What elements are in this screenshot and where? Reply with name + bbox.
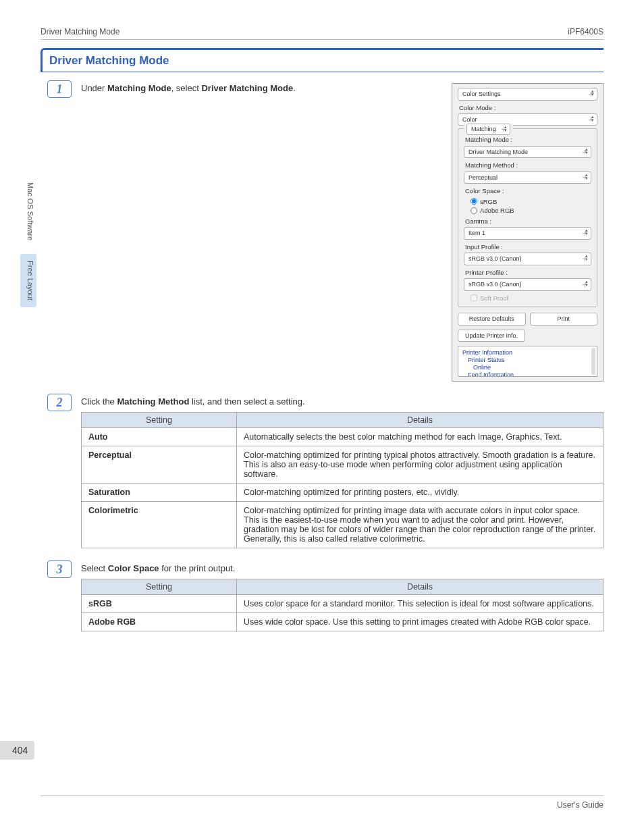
radio-adobe-rgb[interactable]: Adobe RGB <box>471 206 591 215</box>
color-space-label: Color Space : <box>465 186 591 195</box>
side-tabs: Mac OS Software Free Layout <box>20 176 36 307</box>
updown-icon: ▴▾ <box>585 255 588 261</box>
printer-profile-label: Printer Profile : <box>465 268 591 277</box>
col-setting: Setting <box>82 579 237 595</box>
step-3-text: Select Color Space for the print output. <box>81 563 603 573</box>
step-1-text: Under Matching Mode, select Driver Match… <box>81 83 438 93</box>
step-3: 3 Select Color Space for the print outpu… <box>47 561 603 631</box>
step-1-number: 1 <box>47 80 72 98</box>
matching-mode-select[interactable]: Driver Matching Mode ▴▾ <box>464 146 591 159</box>
footer: User's Guide <box>41 796 603 810</box>
col-details: Details <box>237 413 603 428</box>
breadcrumb: Driver Matching Mode <box>41 27 119 36</box>
gamma-select[interactable]: Item 1 ▴▾ <box>464 227 591 240</box>
col-setting: Setting <box>82 413 237 428</box>
matching-group: Matching ▴▾ Matching Mode : Driver Match… <box>458 128 597 307</box>
page-header: Driver Matching Mode iPF6400S <box>41 27 603 40</box>
radio-srgb[interactable]: sRGB <box>471 197 591 206</box>
step-2: 2 Click the Matching Method list, and th… <box>47 394 603 548</box>
soft-proof-checkbox: Soft Proof <box>471 294 591 303</box>
updown-icon: ▴▾ <box>585 148 588 155</box>
model-label: iPF6400S <box>568 27 603 36</box>
updown-icon: ▴▾ <box>585 174 588 180</box>
input-profile-select[interactable]: sRGB v3.0 (Canon) ▴▾ <box>464 253 591 265</box>
matching-tab[interactable]: Matching ▴▾ <box>466 124 510 135</box>
section-title: Driver Matching Mode <box>41 48 603 72</box>
updown-icon: ▴▾ <box>585 229 588 236</box>
gamma-label: Gamma : <box>465 217 591 226</box>
side-tab-free-layout[interactable]: Free Layout <box>20 254 36 307</box>
step-2-number: 2 <box>47 394 72 411</box>
matching-method-select[interactable]: Perceptual ▴▾ <box>464 172 591 184</box>
step-3-number: 3 <box>47 561 72 578</box>
update-printer-info-button[interactable]: Update Printer Info. <box>458 330 525 342</box>
scrollbar[interactable] <box>591 348 595 375</box>
color-mode-label: Color Mode : <box>459 103 597 112</box>
restore-defaults-button[interactable]: Restore Defaults <box>458 313 526 325</box>
step-2-text: Click the Matching Method list, and then… <box>81 396 603 407</box>
updown-icon: ▴▾ <box>591 90 594 97</box>
panel-select[interactable]: Color Settings ▴▾ <box>458 88 597 101</box>
print-button[interactable]: Print <box>530 313 598 325</box>
printer-status-box: Printer Information Printer Status Onlin… <box>458 346 597 377</box>
table-row: sRGBUses color space for a standard moni… <box>82 595 603 613</box>
color-settings-dialog: Color Settings ▴▾ Color Mode : Color ▴▾ … <box>452 83 603 382</box>
matching-mode-label: Matching Mode : <box>465 135 591 144</box>
side-tab-mac-os-software[interactable]: Mac OS Software <box>20 176 36 247</box>
table-row: AutoAutomatically selects the best color… <box>82 428 603 446</box>
page-number: 404 <box>0 741 34 760</box>
matching-method-label: Matching Method : <box>465 161 591 170</box>
table-row: ColorimetricColor-matching optimized for… <box>82 502 603 548</box>
table-row: PerceptualColor-matching optimized for p… <box>82 446 603 484</box>
updown-icon: ▴▾ <box>585 280 588 287</box>
col-details: Details <box>237 579 603 595</box>
printer-profile-select[interactable]: sRGB v3.0 (Canon) ▴▾ <box>464 278 591 291</box>
input-profile-label: Input Profile : <box>465 242 591 251</box>
table-row: SaturationColor-matching optimized for p… <box>82 484 603 502</box>
color-space-table: Setting Details sRGBUses color space for… <box>81 579 603 631</box>
updown-icon: ▴▾ <box>504 126 507 132</box>
table-row: Adobe RGBUses wide color space. Use this… <box>82 613 603 631</box>
matching-method-table: Setting Details AutoAutomatically select… <box>81 412 603 548</box>
step-1: 1 Under Matching Mode, select Driver Mat… <box>47 80 603 382</box>
updown-icon: ▴▾ <box>591 115 594 122</box>
